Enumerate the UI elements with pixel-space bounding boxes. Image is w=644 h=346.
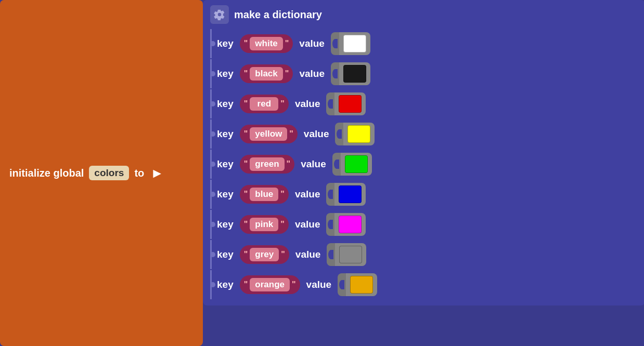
connector-right-icon: ► [150, 165, 164, 181]
string-block-0[interactable]: " white " [240, 34, 293, 53]
color-swatch-wrap-2[interactable] [326, 92, 366, 115]
string-block-4[interactable]: " green " [240, 155, 294, 174]
open-quote-6: " [244, 220, 248, 229]
key-label-0: key [217, 38, 234, 49]
key-label-5: key [217, 189, 234, 200]
close-quote-5: " [280, 190, 285, 199]
swatch-bg-8 [346, 273, 377, 296]
close-quote-1: " [285, 69, 289, 78]
string-block-7[interactable]: " grey " [240, 245, 289, 264]
key-value-0: white [250, 37, 282, 50]
key-value-7: grey [250, 248, 279, 261]
string-block-1[interactable]: " black " [240, 64, 293, 83]
open-quote-3: " [244, 129, 248, 139]
kv-row[interactable]: key " yellow " value [210, 119, 638, 149]
close-quote-7: " [281, 250, 285, 259]
value-label-0: value [299, 38, 325, 49]
swatch-connector-left-1 [331, 62, 339, 85]
dictionary-block[interactable]: make a dictionary key " white " value ke… [203, 0, 644, 305]
key-label-1: key [217, 68, 234, 79]
swatch-connector-left-7 [327, 243, 335, 266]
value-label-4: value [301, 158, 326, 170]
swatch-connector-left-8 [338, 273, 346, 296]
string-block-5[interactable]: " blue " [240, 185, 289, 204]
kv-row[interactable]: key " orange " value [210, 270, 638, 299]
key-value-5: blue [250, 188, 278, 201]
swatch-bg-0 [339, 32, 370, 55]
close-quote-0: " [285, 39, 289, 48]
color-swatch-wrap-4[interactable] [332, 153, 372, 176]
open-quote-0: " [244, 39, 248, 48]
swatch-bg-6 [334, 213, 366, 236]
kv-row[interactable]: key " black " value [210, 59, 638, 88]
key-value-6: pink [250, 218, 278, 231]
swatch-bg-1 [339, 62, 370, 85]
string-block-3[interactable]: " yellow " [240, 125, 298, 143]
key-label-8: key [217, 279, 234, 290]
key-label-7: key [217, 249, 234, 260]
color-swatch-2 [339, 95, 362, 113]
color-swatch-8 [350, 276, 373, 294]
swatch-connector-left-0 [331, 32, 339, 55]
swatch-connector-left-6 [326, 213, 334, 236]
swatch-connector-left-5 [326, 183, 334, 206]
key-value-2: red [250, 97, 278, 111]
value-label-1: value [299, 68, 325, 79]
init-block[interactable]: initialize global colors to ► [0, 0, 203, 346]
kv-row[interactable]: key " red " value [210, 89, 638, 118]
swatch-bg-5 [334, 183, 366, 206]
value-label-7: value [295, 249, 321, 260]
key-value-8: orange [250, 278, 290, 291]
color-swatch-wrap-8[interactable] [338, 273, 377, 296]
close-quote-4: " [287, 159, 291, 169]
init-prefix: initialize global [9, 167, 84, 179]
color-swatch-6 [339, 216, 362, 233]
key-label-2: key [217, 98, 234, 110]
string-block-2[interactable]: " red " [240, 95, 289, 113]
close-quote-8: " [292, 280, 296, 289]
color-swatch-wrap-0[interactable] [331, 32, 370, 55]
color-swatch-7 [339, 246, 362, 263]
kv-row[interactable]: key " white " value [210, 29, 638, 58]
color-swatch-3 [347, 125, 370, 143]
key-label-3: key [217, 128, 234, 140]
string-block-6[interactable]: " pink " [240, 215, 289, 234]
open-quote-2: " [244, 99, 248, 109]
close-quote-3: " [289, 129, 293, 139]
close-quote-2: " [280, 99, 285, 109]
key-label-4: key [217, 158, 234, 170]
kv-rows-container: key " white " value key " black " [210, 29, 638, 300]
to-text: to [134, 167, 144, 179]
string-block-8[interactable]: " orange " [240, 275, 300, 294]
kv-row[interactable]: key " grey " value [210, 240, 638, 269]
dictionary-label: make a dictionary [234, 9, 322, 21]
value-label-6: value [295, 219, 320, 230]
value-label-8: value [306, 279, 332, 290]
kv-row[interactable]: key " green " value [210, 150, 638, 179]
open-quote-7: " [244, 250, 248, 259]
kv-row[interactable]: key " pink " value [210, 210, 638, 239]
value-label-3: value [304, 128, 329, 140]
key-value-4: green [250, 157, 284, 171]
color-swatch-1 [343, 65, 366, 83]
swatch-bg-4 [341, 153, 372, 176]
color-swatch-4 [345, 155, 368, 173]
workspace: initialize global colors to ► make a dic… [0, 0, 644, 346]
swatch-bg-2 [334, 92, 366, 115]
swatch-connector-left-3 [335, 123, 343, 145]
color-swatch-wrap-7[interactable] [327, 243, 366, 266]
key-value-1: black [250, 67, 282, 81]
value-label-2: value [295, 98, 320, 110]
color-swatch-wrap-5[interactable] [326, 183, 366, 206]
color-swatch-wrap-3[interactable] [335, 123, 375, 145]
color-swatch-wrap-6[interactable] [326, 213, 366, 236]
open-quote-8: " [244, 280, 248, 289]
variable-badge[interactable]: colors [89, 166, 129, 180]
open-quote-5: " [244, 190, 248, 199]
color-swatch-wrap-1[interactable] [331, 62, 370, 85]
kv-row[interactable]: key " blue " value [210, 180, 638, 209]
swatch-bg-3 [343, 123, 375, 145]
key-label-6: key [217, 219, 234, 230]
open-quote-1: " [244, 69, 248, 78]
color-swatch-5 [339, 185, 362, 203]
